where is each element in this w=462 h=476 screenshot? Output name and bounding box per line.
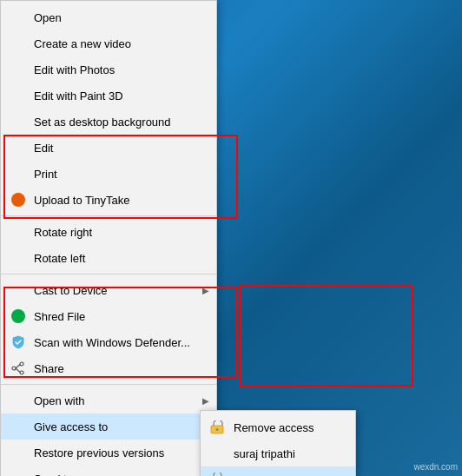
menu-label-open-with: Open with [34, 394, 190, 407]
menu-item-create-video[interactable]: Create a new video [1, 30, 216, 56]
menu-item-print[interactable]: Print [1, 161, 216, 187]
menu-label-rotate-right: Rotate right [34, 226, 190, 239]
print-icon [10, 165, 27, 182]
open-with-icon [10, 392, 27, 409]
separator-3 [1, 384, 216, 385]
menu-label-edit-paint3d: Edit with Paint 3D [34, 89, 190, 102]
submenu-give-access: Remove access suraj tripathi [200, 410, 356, 476]
submenu-label-specific-people: Specific people... [234, 473, 329, 477]
menu-item-set-desktop[interactable]: Set as desktop background [1, 109, 216, 135]
restore-icon [10, 444, 27, 461]
submenu-item-remove-access[interactable]: Remove access [201, 414, 355, 440]
menu-label-print: Print [34, 168, 190, 181]
shred-icon [10, 307, 27, 325]
desktop: Open Create a new video Edit with Photos… [0, 0, 462, 476]
menu-item-edit[interactable]: Edit [1, 135, 216, 161]
separator-2 [1, 274, 216, 274]
menu-label-cast-device: Cast to Device [34, 284, 190, 297]
menu-label-shred-file: Shred File [34, 310, 190, 323]
menu-label-create-video: Create a new video [34, 37, 190, 50]
menu-label-edit: Edit [34, 142, 190, 155]
menu-label-open: Open [34, 11, 190, 24]
cast-icon [10, 281, 27, 299]
desktop-icon [10, 113, 27, 130]
svg-point-1 [20, 371, 23, 374]
menu-item-edit-photos[interactable]: Edit with Photos [1, 56, 216, 83]
menu-item-scan-defender[interactable]: Scan with Windows Defender... [1, 329, 216, 355]
submenu-item-suraj-tripathi[interactable]: suraj tripathi [201, 440, 355, 466]
user-icon [209, 445, 227, 462]
menu-item-edit-paint3d[interactable]: Edit with Paint 3D [1, 83, 216, 109]
menu-label-upload-tinytake: Upload to TinyTake [34, 194, 190, 207]
svg-line-4 [16, 368, 20, 373]
menu-item-shred-file[interactable]: Shred File [1, 303, 216, 329]
menu-label-edit-photos: Edit with Photos [34, 63, 190, 76]
menu-item-share[interactable]: Share [1, 355, 216, 381]
menu-item-open-with[interactable]: Open with ▶ [1, 387, 216, 413]
menu-label-give-access: Give access to [34, 420, 190, 433]
menu-item-rotate-right[interactable]: Rotate right [1, 219, 216, 245]
red-box-3 [240, 285, 413, 387]
menu-label-rotate-left: Rotate left [34, 252, 190, 265]
menu-item-give-access[interactable]: Give access to ▶ Remove access [1, 413, 216, 440]
give-access-icon [10, 418, 27, 435]
menu-label-restore-versions: Restore previous versions [34, 446, 190, 459]
share-icon [10, 360, 27, 377]
svg-point-0 [20, 362, 23, 366]
menu-item-restore-versions[interactable]: Restore previous versions [1, 440, 216, 466]
rotate-right-icon [10, 223, 27, 241]
menu-item-open[interactable]: Open [1, 4, 216, 30]
svg-line-3 [16, 365, 20, 369]
send-to-icon [10, 470, 27, 476]
remove-access-icon [209, 419, 227, 436]
rotate-left-icon [10, 249, 27, 267]
specific-people-icon [209, 471, 227, 476]
menu-label-share: Share [34, 362, 190, 375]
menu-item-rotate-left[interactable]: Rotate left [1, 245, 216, 271]
submenu-label-remove-access: Remove access [234, 421, 329, 434]
menu-label-set-desktop: Set as desktop background [34, 116, 190, 129]
menu-item-upload-tinytake[interactable]: Upload to TinyTake [1, 187, 216, 213]
edit-icon [10, 139, 27, 156]
video-icon [10, 35, 27, 52]
submenu-label-suraj-tripathi: suraj tripathi [234, 447, 329, 460]
svg-point-2 [12, 367, 16, 370]
cast-arrow: ▶ [202, 286, 209, 295]
separator-1 [1, 215, 216, 216]
submenu-item-specific-people[interactable]: Specific people... [201, 466, 355, 476]
context-menu: Open Create a new video Edit with Photos… [0, 0, 217, 476]
photos-icon [10, 61, 27, 78]
watermark: wexdn.com [413, 462, 458, 472]
menu-item-cast-device[interactable]: Cast to Device ▶ [1, 277, 216, 303]
menu-label-scan-defender: Scan with Windows Defender... [34, 336, 190, 349]
menu-item-send-to[interactable]: Send to ▶ [1, 466, 216, 476]
paint3d-icon [10, 87, 27, 104]
tinytake-icon [10, 191, 27, 208]
open-with-arrow: ▶ [202, 396, 209, 406]
defender-icon [10, 334, 27, 351]
menu-label-send-to: Send to [34, 473, 190, 477]
open-icon [10, 9, 27, 26]
